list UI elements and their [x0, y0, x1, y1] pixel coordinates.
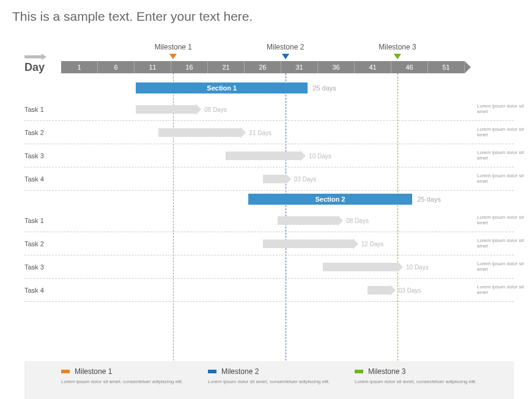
task-note: Lorem ipsum dolor sit amet: [477, 173, 532, 185]
legend-desc: Lorem ipsum dolor sit amet, consectetuer…: [61, 379, 183, 385]
legend-item: Milestone 2Lorem ipsum dolor sit amet, c…: [196, 367, 342, 393]
legend-desc: Lorem ipsum dolor sit amet, consectetuer…: [355, 379, 477, 385]
task-bar: [368, 286, 390, 295]
task-duration: 08 Days: [346, 218, 369, 224]
day-scale: 16111621263136414651: [61, 61, 465, 73]
task-arrow-icon: [286, 174, 291, 185]
task-arrow-icon: [240, 127, 246, 138]
task-row: Task 108 DaysLorem ipsum dolor sit amet: [24, 98, 514, 121]
task-bar: [136, 105, 196, 114]
legend-swatch-icon: [61, 370, 70, 373]
milestone-label-2: Milestone 2: [267, 43, 304, 51]
gantt-chart: Day 16111621263136414651 Milestone 1Mile…: [24, 43, 514, 350]
task-label: Task 3: [24, 152, 44, 159]
task-label: Task 1: [24, 106, 44, 113]
task-duration: 12 Days: [361, 241, 384, 247]
scale-tick: 1: [61, 61, 98, 73]
scale-tick: 51: [428, 61, 465, 73]
page-title: This is a sample text. Enter your text h…: [0, 0, 532, 24]
scale-tick: 16: [171, 61, 208, 73]
section-row: Section 125 days: [24, 79, 514, 98]
section-duration: 25 days: [312, 84, 336, 92]
task-bar: [323, 263, 397, 271]
task-row: Task 212 DaysLorem ipsum dolor sit amet: [24, 232, 514, 255]
legend-title: Milestone 2: [221, 367, 259, 376]
task-arrow-icon: [397, 262, 403, 273]
milestone-marker-icon: [282, 54, 289, 59]
task-note: Lorem ipsum dolor sit amet: [477, 284, 532, 296]
arrow-right-icon: [24, 51, 46, 57]
section-duration: 25 days: [417, 196, 441, 203]
scale-tick: 46: [391, 61, 428, 73]
task-duration: 03 Days: [399, 287, 421, 294]
svg-rect-0: [24, 56, 42, 59]
task-duration: 08 Days: [204, 106, 227, 113]
scale-tick: 41: [355, 61, 391, 73]
task-arrow-icon: [338, 215, 343, 226]
legend-item: Milestone 3Lorem ipsum dolor sit amet, c…: [342, 367, 489, 393]
task-duration: 03 Days: [294, 176, 317, 183]
task-note: Lorem ipsum dolor sit amet: [477, 126, 532, 138]
scale-tick: 21: [208, 61, 245, 73]
task-arrow-icon: [196, 104, 201, 115]
day-label: Day: [24, 61, 45, 74]
task-row: Task 310 DaysLorem ipsum dolor sit amet: [24, 144, 514, 167]
task-row: Task 211 DaysLorem ipsum dolor sit amet: [24, 121, 514, 144]
task-note: Lorem ipsum dolor sit amet: [477, 238, 532, 249]
milestone-marker-icon: [169, 54, 177, 59]
task-duration: 11 Days: [249, 130, 272, 136]
legend-item: Milestone 1Lorem ipsum dolor sit amet, c…: [49, 367, 196, 393]
legend-swatch-icon: [208, 370, 216, 373]
task-bar: [263, 175, 286, 183]
task-label: Task 2: [24, 240, 44, 247]
legend: Milestone 1Lorem ipsum dolor sit amet, c…: [24, 361, 514, 399]
milestone-label-1: Milestone 1: [155, 43, 192, 51]
task-duration: 10 Days: [309, 153, 331, 159]
legend-title: Milestone 1: [75, 367, 112, 376]
task-duration: 10 Days: [406, 264, 429, 271]
svg-marker-1: [42, 54, 46, 60]
scale-tick: 36: [318, 61, 355, 73]
scale-tick: 11: [135, 61, 171, 73]
task-note: Lorem ipsum dolor sit amet: [477, 103, 532, 115]
task-bar: [263, 240, 353, 248]
scale-tick: 26: [245, 61, 281, 73]
task-note: Lorem ipsum dolor sit amet: [477, 261, 532, 273]
task-arrow-icon: [353, 238, 358, 249]
task-arrow-icon: [390, 285, 396, 296]
section-row: Section 225 days: [24, 191, 514, 209]
task-row: Task 108 DaysLorem ipsum dolor sit amet: [24, 209, 514, 232]
task-arrow-icon: [300, 150, 306, 161]
task-label: Task 1: [24, 217, 44, 224]
scale-arrow-icon: [465, 61, 471, 73]
section-bar: Section 2: [248, 194, 413, 205]
task-label: Task 4: [24, 287, 44, 294]
section-bar: Section 1: [136, 82, 308, 93]
task-row: Task 403 DaysLorem ipsum dolor sit amet: [24, 167, 514, 191]
task-note: Lorem ipsum dolor sit amet: [477, 214, 532, 226]
task-label: Task 2: [24, 129, 44, 136]
task-label: Task 3: [24, 263, 44, 271]
milestone-marker-icon: [394, 54, 401, 59]
task-bar: [278, 216, 338, 225]
legend-title: Milestone 3: [368, 367, 405, 376]
scale-tick: 6: [98, 61, 135, 73]
task-label: Task 4: [24, 175, 44, 183]
legend-swatch-icon: [355, 370, 363, 373]
task-bar: [226, 152, 300, 160]
milestone-label-3: Milestone 3: [379, 43, 416, 51]
task-row: Task 310 DaysLorem ipsum dolor sit amet: [24, 255, 514, 279]
task-note: Lorem ipsum dolor sit amet: [477, 150, 532, 161]
scale-tick: 31: [281, 61, 318, 73]
legend-desc: Lorem ipsum dolor sit amet, consectetuer…: [208, 379, 330, 385]
task-row: Task 403 DaysLorem ipsum dolor sit amet: [24, 279, 514, 302]
task-bar: [158, 128, 240, 137]
